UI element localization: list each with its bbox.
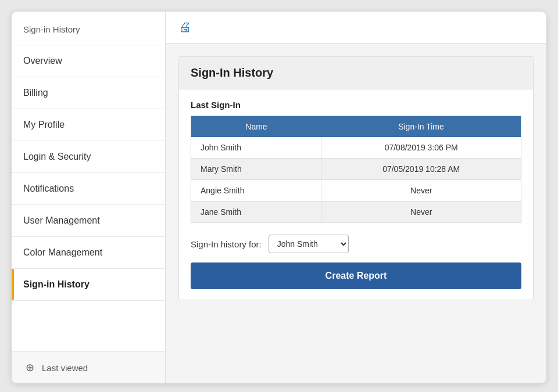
col-header-signin-time: Sign-In Time [321,116,521,138]
main-body: Sign-In History Last Sign-In Name Sign-I… [166,44,546,383]
sidebar-item-signin-history[interactable]: Sign-in History [12,269,165,301]
user-select[interactable]: John SmithMary SmithAngie SmithJane Smit… [269,235,349,253]
print-icon[interactable]: 🖨 [178,20,191,35]
sidebar-footer-last-viewed[interactable]: ⊕ Last viewed [12,351,165,383]
table-row: John Smith07/08/2019 3:06 PM [191,137,521,159]
cell-name: Angie Smith [191,180,321,202]
report-controls: Sign-In history for: John SmithMary Smit… [191,235,521,253]
table-row: Angie SmithNever [191,180,521,202]
table-header-row: Name Sign-In Time [191,116,521,138]
sidebar-nav: OverviewBillingMy ProfileLogin & Securit… [12,45,165,351]
main-header: 🖨 [166,12,546,44]
sidebar-item-color-management[interactable]: Color Management [12,237,165,269]
create-report-button[interactable]: Create Report [191,262,521,289]
cell-signin-time: 07/08/2019 3:06 PM [321,137,521,159]
section-label: Last Sign-In [191,100,521,110]
app-container: Sign-in History OverviewBillingMy Profil… [12,12,546,383]
sidebar-footer-label: Last viewed [42,363,88,373]
table-body: John Smith07/08/2019 3:06 PMMary Smith07… [191,137,521,223]
card-body: Last Sign-In Name Sign-In Time John Smit… [179,89,533,300]
sidebar-item-user-management[interactable]: User Management [12,205,165,237]
report-controls-label: Sign-In history for: [191,239,262,249]
table-row: Jane SmithNever [191,202,521,223]
table-row: Mary Smith07/05/2019 10:28 AM [191,159,521,180]
card-title: Sign-In History [191,66,521,80]
sidebar-item-billing[interactable]: Billing [12,77,165,109]
cell-signin-time: 07/05/2019 10:28 AM [321,159,521,180]
cell-name: John Smith [191,137,321,159]
sidebar-title: Sign-in History [12,12,165,45]
cell-name: Mary Smith [191,159,321,180]
cell-signin-time: Never [321,180,521,202]
cell-name: Jane Smith [191,202,321,223]
main-content: 🖨 Sign-In History Last Sign-In Name Sign… [166,12,546,383]
arrow-circle-right-icon: ⊕ [23,361,36,374]
sidebar-item-overview[interactable]: Overview [12,45,165,77]
card-title-bar: Sign-In History [179,57,533,89]
col-header-name: Name [191,116,321,138]
signin-history-card: Sign-In History Last Sign-In Name Sign-I… [178,56,534,300]
sidebar-item-login-security[interactable]: Login & Security [12,141,165,173]
signin-table: Name Sign-In Time John Smith07/08/2019 3… [191,116,521,223]
sidebar: Sign-in History OverviewBillingMy Profil… [12,12,166,383]
sidebar-item-notifications[interactable]: Notifications [12,173,165,205]
sidebar-item-my-profile[interactable]: My Profile [12,109,165,141]
cell-signin-time: Never [321,202,521,223]
